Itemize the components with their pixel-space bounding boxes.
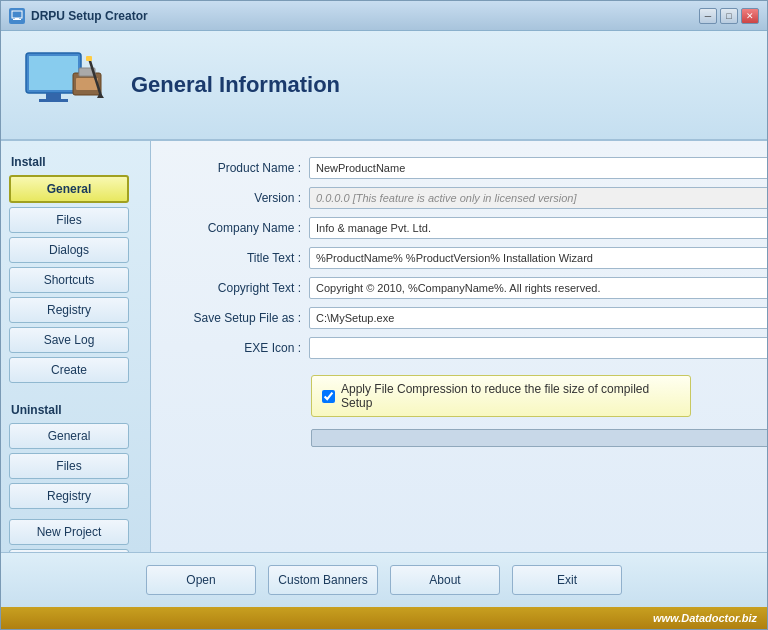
product-name-row: Product Name : <box>171 157 767 179</box>
version-input <box>309 187 767 209</box>
window-title: DRPU Setup Creator <box>31 9 699 23</box>
header-title: General Information <box>131 72 340 98</box>
svg-rect-1 <box>15 18 19 19</box>
watermark-bar: www.Datadoctor.biz <box>1 607 767 629</box>
open-button[interactable]: Open <box>146 565 256 595</box>
new-project-button[interactable]: New Project <box>9 519 129 545</box>
sidebar-item-shortcuts[interactable]: Shortcuts <box>9 267 129 293</box>
title-text-row: Title Text : ... <box>171 247 767 269</box>
company-name-label: Company Name : <box>171 221 301 235</box>
svg-rect-4 <box>29 56 78 90</box>
install-section-label: Install <box>9 155 142 169</box>
version-row: Version : <box>171 187 767 209</box>
minimize-button[interactable]: ─ <box>699 8 717 24</box>
company-name-input[interactable] <box>309 217 767 239</box>
company-name-row: Company Name : <box>171 217 767 239</box>
exe-icon-row: EXE Icon : ... <box>171 337 767 359</box>
progress-area <box>311 429 767 447</box>
right-panel: Product Name : Version : Company Name : … <box>151 141 767 552</box>
copyright-text-input[interactable] <box>309 277 767 299</box>
sidebar: Install General Files Dialogs Shortcuts … <box>1 141 151 552</box>
sidebar-item-general[interactable]: General <box>9 175 129 203</box>
sidebar-item-uninstall-files[interactable]: Files <box>9 453 129 479</box>
exe-icon-label: EXE Icon : <box>171 341 301 355</box>
svg-rect-5 <box>46 93 61 99</box>
sidebar-item-dialogs[interactable]: Dialogs <box>9 237 129 263</box>
svg-rect-2 <box>13 19 21 20</box>
exe-icon-input[interactable] <box>309 337 767 359</box>
sidebar-item-uninstall-general[interactable]: General <box>9 423 129 449</box>
sidebar-item-registry[interactable]: Registry <box>9 297 129 323</box>
uninstall-section-label: Uninstall <box>9 403 142 417</box>
window-controls: ─ □ ✕ <box>699 8 759 24</box>
progress-bar <box>311 429 767 447</box>
header: General Information <box>1 31 767 141</box>
sidebar-item-create[interactable]: Create <box>9 357 129 383</box>
close-button[interactable]: ✕ <box>741 8 759 24</box>
version-label: Version : <box>171 191 301 205</box>
watermark-text: www.Datadoctor.biz <box>653 612 757 624</box>
about-button[interactable]: About <box>390 565 500 595</box>
sidebar-bottom: New Project Help <box>9 519 142 552</box>
copyright-text-row: Copyright Text : ... <box>171 277 767 299</box>
sidebar-item-uninstall-registry[interactable]: Registry <box>9 483 129 509</box>
titlebar: DRPU Setup Creator ─ □ ✕ <box>1 1 767 31</box>
copyright-text-label: Copyright Text : <box>171 281 301 295</box>
maximize-button[interactable]: □ <box>720 8 738 24</box>
custom-banners-button[interactable]: Custom Banners <box>268 565 378 595</box>
main-window: DRPU Setup Creator ─ □ ✕ <box>0 0 768 630</box>
svg-rect-6 <box>39 99 68 102</box>
save-setup-label: Save Setup File as : <box>171 311 301 325</box>
bottom-bar: Open Custom Banners About Exit <box>1 552 767 607</box>
exit-button[interactable]: Exit <box>512 565 622 595</box>
sidebar-item-save-log[interactable]: Save Log <box>9 327 129 353</box>
svg-rect-0 <box>12 11 22 18</box>
save-setup-input[interactable] <box>309 307 767 329</box>
main-content: Install General Files Dialogs Shortcuts … <box>1 141 767 552</box>
save-setup-row: Save Setup File as : ... <box>171 307 767 329</box>
title-text-label: Title Text : <box>171 251 301 265</box>
title-text-input[interactable] <box>309 247 767 269</box>
product-name-label: Product Name : <box>171 161 301 175</box>
svg-rect-12 <box>86 56 92 61</box>
sidebar-item-files[interactable]: Files <box>9 207 129 233</box>
compression-checkbox[interactable] <box>322 390 335 403</box>
compression-label: Apply File Compression to reduce the fil… <box>341 382 680 410</box>
app-icon <box>9 8 25 24</box>
header-icon <box>21 45 111 125</box>
compression-row: Apply File Compression to reduce the fil… <box>311 375 691 417</box>
product-name-input[interactable] <box>309 157 767 179</box>
